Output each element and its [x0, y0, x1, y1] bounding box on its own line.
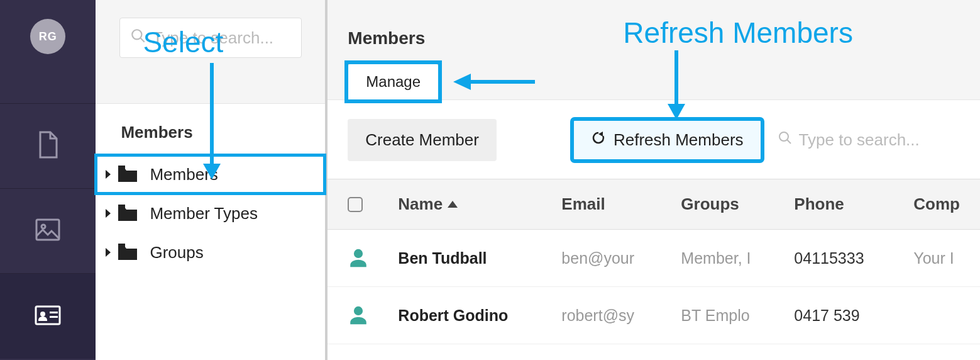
column-header-groups[interactable]: Groups	[681, 194, 794, 214]
svg-rect-10	[118, 244, 125, 247]
caret-right-icon	[106, 248, 111, 257]
svg-point-6	[132, 30, 141, 39]
members-table: Name Email Groups Phone Comp Ben Tudball…	[328, 179, 980, 344]
cell-company: Your I	[913, 249, 960, 267]
search-icon	[778, 130, 793, 150]
page-title: Members	[348, 28, 960, 48]
column-header-name[interactable]: Name	[398, 194, 561, 214]
person-icon	[348, 247, 398, 269]
sidebar-search-input[interactable]: Type to search...	[119, 18, 302, 58]
svg-rect-4	[50, 312, 58, 313]
toolbar-search-input[interactable]: Type to search...	[778, 130, 960, 150]
toolbar-search-placeholder: Type to search...	[799, 130, 920, 150]
svg-marker-13	[598, 132, 603, 137]
sidebar-section-title: Members	[96, 104, 325, 155]
refresh-members-button[interactable]: Refresh Members	[572, 119, 763, 161]
refresh-icon	[591, 130, 606, 150]
sidebar: Type to search... Members Members Member…	[96, 0, 328, 360]
svg-rect-8	[118, 166, 125, 169]
cell-name: Ben Tudball	[398, 249, 561, 267]
svg-line-15	[787, 140, 791, 143]
column-header-company[interactable]: Comp	[913, 194, 960, 214]
sidebar-item-label: Members	[150, 165, 217, 184]
refresh-button-label: Refresh Members	[614, 130, 744, 150]
nav-members[interactable]	[0, 274, 96, 359]
tab-manage[interactable]: Manage	[348, 64, 439, 99]
cell-groups: BT Emplo	[681, 307, 794, 325]
svg-line-7	[140, 38, 145, 42]
svg-point-3	[40, 312, 45, 317]
sidebar-item-member-types[interactable]: Member Types	[96, 194, 325, 233]
sort-asc-icon	[448, 201, 458, 208]
id-card-icon	[33, 300, 63, 333]
create-member-button[interactable]: Create Member	[348, 119, 497, 161]
sidebar-item-members[interactable]: Members	[96, 155, 325, 194]
svg-point-14	[779, 132, 788, 141]
caret-right-icon	[106, 170, 111, 179]
svg-rect-2	[36, 307, 60, 324]
svg-rect-0	[36, 220, 59, 240]
file-icon	[33, 130, 63, 162]
nav-content[interactable]	[0, 104, 96, 189]
sidebar-item-label: Member Types	[150, 204, 257, 223]
cell-email: ben@your	[561, 249, 681, 267]
caret-right-icon	[106, 209, 111, 218]
person-icon	[348, 305, 398, 326]
sidebar-search-placeholder: Type to search...	[153, 28, 273, 48]
column-header-email[interactable]: Email	[561, 194, 681, 214]
table-row[interactable]: Robert Godino robert@sy BT Emplo 0417 53…	[328, 287, 980, 344]
folder-icon	[117, 166, 138, 183]
svg-rect-5	[50, 316, 58, 318]
tab-label: Manage	[366, 73, 421, 90]
table-header-row: Name Email Groups Phone Comp	[328, 179, 980, 230]
folder-icon	[117, 244, 138, 261]
sidebar-item-groups[interactable]: Groups	[96, 233, 325, 272]
image-icon	[33, 215, 63, 247]
cell-email: robert@sy	[561, 307, 681, 325]
cell-phone: 04115333	[794, 249, 913, 267]
select-all-checkbox[interactable]	[348, 197, 363, 212]
search-icon	[130, 28, 153, 48]
nav-media[interactable]	[0, 189, 96, 274]
column-header-phone[interactable]: Phone	[794, 194, 913, 214]
nav-rail: RG	[0, 0, 96, 360]
cell-name: Robert Godino	[398, 307, 561, 325]
main-panel: Members Manage Create Member Refresh Mem…	[328, 0, 980, 360]
svg-rect-9	[118, 205, 125, 208]
cell-groups: Member, I	[681, 249, 794, 267]
cell-phone: 0417 539	[794, 307, 913, 325]
avatar-cell: RG	[0, 0, 96, 104]
folder-icon	[117, 205, 138, 222]
column-header-label: Name	[398, 194, 443, 214]
table-row[interactable]: Ben Tudball ben@your Member, I 04115333 …	[328, 230, 980, 287]
svg-point-1	[41, 225, 45, 228]
user-avatar[interactable]: RG	[30, 19, 65, 54]
sidebar-item-label: Groups	[150, 243, 203, 262]
